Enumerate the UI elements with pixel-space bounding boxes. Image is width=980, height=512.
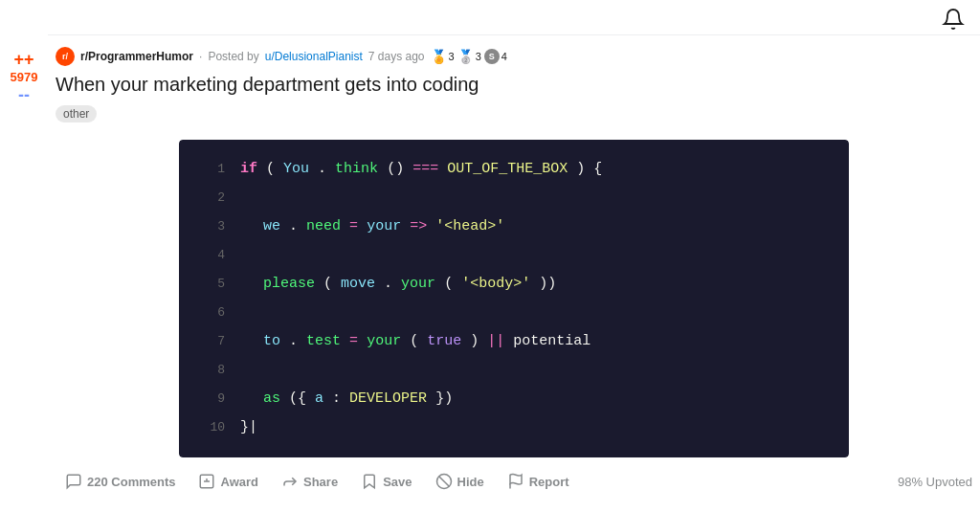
code-line-2: 2 — [198, 184, 830, 212]
vote-column: ++ 5979 -- — [0, 43, 48, 500]
award-2[interactable]: 🥈3 — [457, 49, 481, 64]
post-header: r/ r/ProgrammerHumor · Posted by u/Delus… — [56, 47, 972, 66]
hide-button[interactable]: Hide — [426, 467, 494, 496]
code-line-6: 6 — [198, 299, 830, 327]
post-title: When your marketing department gets into… — [56, 72, 972, 97]
post-container: ++ 5979 -- r/ r/ProgrammerHumor · Posted… — [0, 35, 980, 507]
username-link[interactable]: u/DelusionalPianist — [265, 50, 363, 63]
action-bar: 220 Comments Award — [56, 467, 972, 496]
comments-button[interactable]: 220 Comments — [56, 467, 185, 496]
code-block: 1 if ( You . think () === OUT_OF_THE_BOX… — [179, 140, 849, 457]
posted-by-label: Posted by — [208, 50, 258, 63]
subreddit-name[interactable]: r/ProgrammerHumor — [80, 50, 193, 63]
code-line-8: 8 — [198, 356, 830, 385]
comments-icon — [65, 473, 82, 490]
share-label: Share — [303, 475, 338, 489]
award-label: Award — [220, 475, 258, 489]
code-line-5: 5 please ( move . your ( '<body>' )) — [198, 270, 830, 299]
vote-score: 5979 — [11, 70, 38, 84]
code-line-4: 4 — [198, 241, 830, 270]
award-badges: 🏅3 🥈3 S4 — [431, 49, 507, 64]
post-content: r/ r/ProgrammerHumor · Posted by u/Delus… — [48, 43, 980, 500]
report-button[interactable]: Report — [498, 467, 579, 496]
subreddit-icon: r/ — [56, 47, 75, 66]
upvote-button[interactable]: ++ — [13, 51, 33, 68]
code-line-9: 9 as ({ a : DEVELOPER }) — [198, 385, 830, 413]
svg-line-4 — [438, 477, 449, 487]
award-3[interactable]: S4 — [484, 49, 507, 64]
save-button[interactable]: Save — [351, 467, 421, 496]
code-line-1: 1 if ( You . think () === OUT_OF_THE_BOX… — [198, 155, 830, 184]
comments-label: 220 Comments — [87, 475, 175, 489]
code-line-10: 10 }| — [198, 413, 830, 442]
share-button[interactable]: Share — [272, 467, 347, 496]
post-image: 1 if ( You . think () === OUT_OF_THE_BOX… — [179, 140, 849, 457]
notification-bell-icon[interactable] — [942, 8, 965, 34]
separator: · — [199, 50, 202, 63]
hide-icon — [435, 473, 453, 490]
share-icon — [281, 473, 299, 490]
code-line-7: 7 to . test = your ( true ) || — [198, 327, 830, 356]
flair-tag[interactable]: other — [56, 105, 97, 122]
downvote-button[interactable]: -- — [18, 86, 30, 103]
upvote-percentage: 98% Upvoted — [898, 475, 972, 489]
save-icon — [361, 473, 378, 490]
save-label: Save — [383, 475, 412, 489]
time-ago: 7 days ago — [368, 50, 425, 63]
top-bar — [0, 0, 980, 34]
report-label: Report — [529, 475, 569, 489]
award-1[interactable]: 🏅3 — [431, 49, 455, 64]
hide-label: Hide — [457, 475, 484, 489]
award-icon — [198, 473, 215, 490]
report-icon — [507, 473, 524, 490]
code-line-3: 3 we . need = your => '<head>' — [198, 212, 830, 241]
award-button[interactable]: Award — [189, 467, 268, 496]
